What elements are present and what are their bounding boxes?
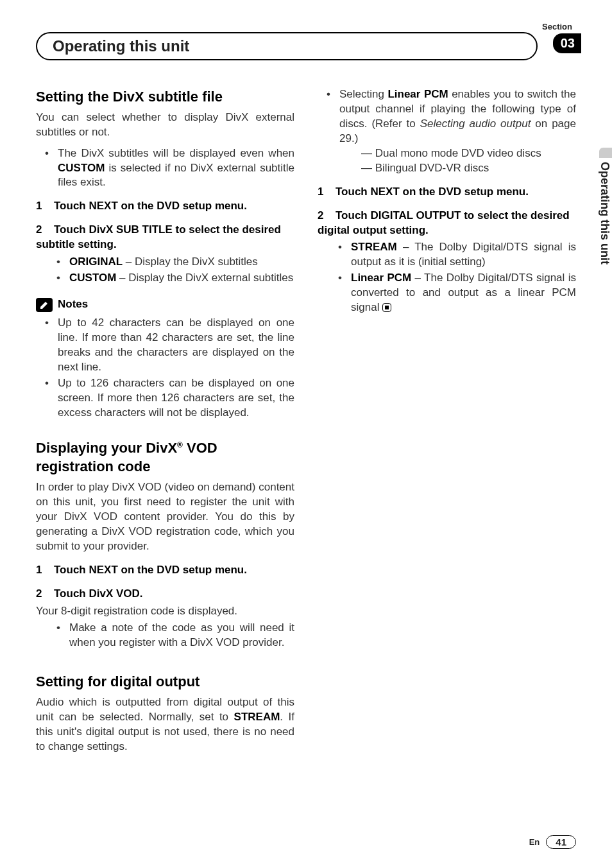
bullet-list: Selecting Linear PCM enables you to swit… (318, 87, 576, 176)
chapter-tab: Operating this unit (36, 32, 538, 60)
list-item: ORIGINAL – Display the DivX subtitles (36, 255, 294, 270)
text: The DivX subtitles will be displayed eve… (58, 147, 294, 159)
option-list: ORIGINAL – Display the DivX subtitles CU… (36, 255, 294, 286)
list-item: Dual mono mode DVD video discs (361, 146, 576, 161)
language-code: En (529, 837, 540, 847)
list-item: Bilingual DVD-VR discs (361, 161, 576, 176)
step-1: 1Touch NEXT on the DVD setup menu. (36, 199, 294, 214)
chapter-title: Operating this unit (53, 37, 189, 55)
heading-divx-subtitle: Setting the DivX subtitle file (36, 87, 294, 107)
text: Selecting (339, 88, 387, 100)
step-1: 1Touch NEXT on the DVD setup menu. (36, 563, 294, 578)
bullet-list: The DivX subtitles will be displayed eve… (36, 146, 294, 191)
list-item: STREAM – The Dolby Digital/DTS signal is… (318, 240, 576, 270)
list-item: Up to 42 characters can be displayed on … (36, 316, 294, 375)
side-tab: Operating this unit (595, 148, 612, 265)
content-columns: Setting the DivX subtitle file You can s… (36, 87, 576, 761)
step-text: Touch DivX SUB TITLE to select the desir… (36, 223, 281, 250)
end-of-topic-icon (382, 303, 391, 312)
option-name: STREAM (351, 241, 397, 253)
notes-list: Up to 42 characters can be displayed on … (36, 316, 294, 421)
step-number: 1 (36, 563, 54, 578)
section-label: Section (542, 22, 572, 31)
step-number: 2 (318, 209, 336, 223)
sub-text: Your 8-digit registration code is displa… (36, 604, 294, 619)
page-footer: En 41 (529, 835, 576, 849)
bold-text: CUSTOM (58, 162, 105, 174)
option-name: CUSTOM (69, 272, 116, 284)
page-number: 41 (546, 835, 576, 849)
page: Section 03 Operating this unit Operating… (0, 0, 612, 868)
option-name: Linear PCM (351, 272, 411, 284)
intro-text: In order to play DivX VOD (video on dema… (36, 480, 294, 554)
italic-text: Selecting audio output (420, 117, 531, 130)
registered-mark: ® (177, 440, 183, 449)
side-tab-marker (599, 148, 612, 158)
pencil-icon (36, 298, 53, 312)
list-item: CUSTOM – Display the DivX external subti… (36, 271, 294, 286)
heading-divx-vod: Displaying your DivX® VOD registration c… (36, 438, 294, 476)
heading-digital-output: Setting for digital output (36, 672, 294, 691)
option-name: ORIGINAL (69, 256, 123, 268)
bold-text: STREAM (234, 711, 280, 723)
notes-label: Notes (58, 297, 88, 312)
bold-text: Linear PCM (387, 88, 448, 100)
option-desc: – Display the DivX subtitles (123, 256, 258, 268)
column-left: Setting the DivX subtitle file You can s… (36, 87, 294, 761)
list-item: Up to 126 characters can be displayed on… (36, 376, 294, 421)
step-text: Touch DIGITAL OUTPUT to select the desir… (318, 209, 570, 236)
step-number: 2 (36, 587, 54, 602)
step-text: Touch NEXT on the DVD setup menu. (54, 200, 247, 212)
list-item: Make a note of the code as you will need… (36, 621, 294, 650)
dash-list: Dual mono mode DVD video discs Bilingual… (361, 146, 576, 176)
list-item: The DivX subtitles will be displayed eve… (36, 146, 294, 191)
option-desc: – Display the DivX external subtitles (116, 272, 293, 284)
step-2: 2Touch DivX VOD. (36, 587, 294, 602)
step-number: 1 (318, 185, 336, 200)
step-number: 1 (36, 199, 54, 214)
step-number: 2 (36, 223, 54, 238)
side-tab-label: Operating this unit (595, 158, 612, 265)
bullet-list: Make a note of the code as you will need… (36, 621, 294, 650)
step-text: Touch DivX VOD. (54, 587, 143, 600)
page-header: Section 03 Operating this unit (36, 26, 576, 62)
step-2: 2Touch DIGITAL OUTPUT to select the desi… (318, 209, 576, 238)
text: Displaying your DivX (36, 440, 177, 456)
column-right: Selecting Linear PCM enables you to swit… (318, 87, 576, 761)
section-number-badge: 03 (553, 33, 581, 53)
option-list: STREAM – The Dolby Digital/DTS signal is… (318, 240, 576, 315)
list-item: Linear PCM – The Dolby Digital/DTS signa… (318, 271, 576, 315)
intro-text: You can select whether to display DivX e… (36, 110, 294, 140)
step-1: 1Touch NEXT on the DVD setup menu. (318, 185, 576, 200)
step-text: Touch NEXT on the DVD setup menu. (336, 186, 529, 198)
step-2: 2Touch DivX SUB TITLE to select the desi… (36, 223, 294, 252)
intro-text: Audio which is outputted from digital ou… (36, 695, 294, 754)
notes-header: Notes (36, 297, 294, 312)
step-text: Touch NEXT on the DVD setup menu. (54, 564, 247, 576)
list-item: Selecting Linear PCM enables you to swit… (318, 87, 576, 176)
